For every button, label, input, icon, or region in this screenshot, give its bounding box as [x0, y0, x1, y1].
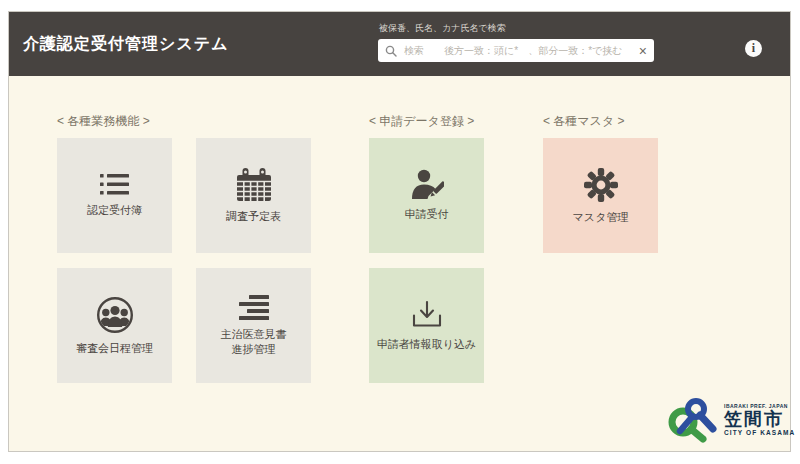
info-icon: i	[752, 41, 755, 56]
tile-shinsakai-nittei-kanri[interactable]: 審査会日程管理	[57, 268, 172, 383]
tile-label-line1: 主治医意見書	[221, 328, 287, 340]
calendar-icon	[236, 168, 272, 202]
person-pencil-icon	[410, 169, 444, 200]
section-label-application: < 申請データ登録 >	[369, 113, 474, 130]
kasama-city-logo: IBARAKI PREF. JAPAN 笠間市 CITY OF KASAMA	[667, 396, 795, 443]
bars-icon	[239, 295, 269, 320]
tile-shujii-ikensho[interactable]: 主治医意見書 進捗管理	[196, 268, 311, 383]
tile-label-line2: 進捗管理	[232, 343, 276, 355]
tile-shinsei-uketsuke[interactable]: 申請受付	[369, 138, 484, 253]
tile-master-kanri[interactable]: マスタ管理	[543, 138, 658, 253]
people-circle-icon	[96, 296, 134, 334]
search-box[interactable]: ×	[378, 39, 654, 62]
header-bar: 介護認定受付管理システム 被保番、氏名、カナ氏名で検索 × i	[9, 12, 790, 76]
tile-label: マスタ管理	[573, 210, 629, 225]
logo-city-name: 笠間市	[724, 409, 795, 430]
search-icon	[385, 45, 397, 57]
info-button[interactable]: i	[745, 40, 762, 57]
tile-label: 審査会日程管理	[76, 341, 153, 356]
search-group: 被保番、氏名、カナ氏名で検索 ×	[378, 22, 654, 62]
tile-label: 調査予定表	[226, 209, 281, 224]
logo-texts: IBARAKI PREF. JAPAN 笠間市 CITY OF KASAMA	[724, 403, 795, 437]
app-title: 介護認定受付管理システム	[23, 12, 229, 76]
tile-label: 認定受付簿	[87, 203, 142, 218]
tile-chousa-yoteihyou[interactable]: 調査予定表	[196, 138, 311, 253]
search-label: 被保番、氏名、カナ氏名で検索	[379, 22, 654, 35]
tile-label: 申請受付	[405, 207, 449, 222]
gear-icon	[583, 167, 619, 203]
app-window: 介護認定受付管理システム 被保番、氏名、カナ氏名で検索 × i < 各種業務機能…	[8, 11, 791, 452]
logo-city-text: CITY OF KASAMA	[724, 429, 795, 436]
tile-label: 申請者情報取り込み	[377, 337, 477, 352]
tile-nintei-uketsukebo[interactable]: 認定受付簿	[57, 138, 172, 253]
download-icon	[410, 300, 444, 330]
search-input[interactable]	[402, 44, 634, 57]
tile-label: 主治医意見書 進捗管理	[221, 327, 287, 357]
tile-shinseisha-torikomi[interactable]: 申請者情報取り込み	[369, 268, 484, 383]
section-label-business: < 各種業務機能 >	[57, 113, 150, 130]
section-label-master: < 各種マスタ >	[543, 113, 625, 130]
kasama-emblem-icon	[667, 396, 717, 443]
clear-icon[interactable]: ×	[639, 44, 647, 58]
list-icon	[100, 173, 129, 196]
